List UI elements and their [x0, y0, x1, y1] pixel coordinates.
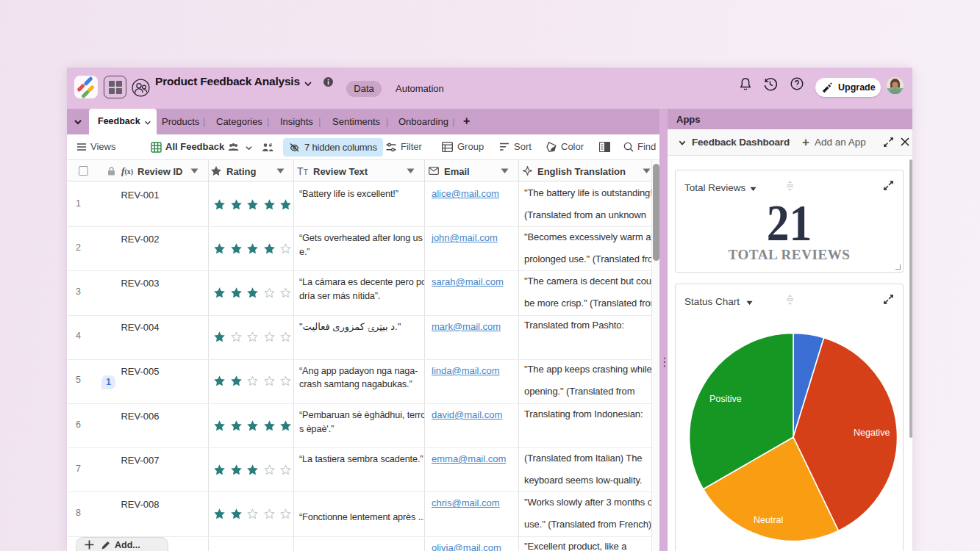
svg-text:Negative: Negative [854, 428, 890, 438]
svg-text:Positive: Positive [709, 394, 742, 404]
svg-text:Neutral: Neutral [754, 515, 783, 525]
